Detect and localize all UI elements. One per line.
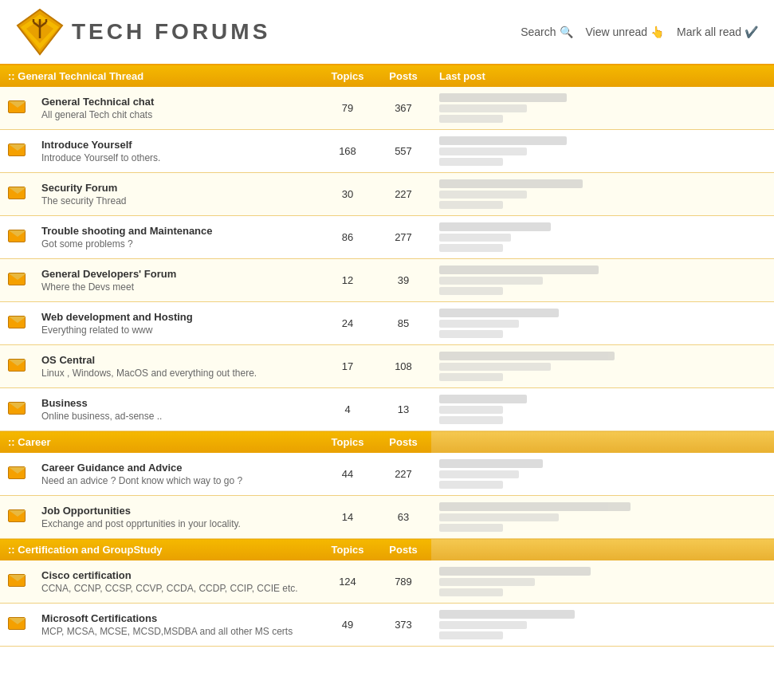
forum-icon-cell bbox=[0, 388, 33, 431]
forum-posts: 277 bbox=[375, 216, 431, 259]
section-certification-title: :: Certification and GroupStudy bbox=[0, 539, 320, 561]
forum-desc: Got some problems ? bbox=[41, 238, 312, 250]
forum-title-cell: Introduce Yourself Introduce Yourself to… bbox=[33, 130, 320, 173]
forum-name[interactable]: Web development and Hosting bbox=[41, 311, 312, 323]
forum-icon-cell bbox=[0, 302, 33, 345]
forum-desc: Need an advice ? Dont know which way to … bbox=[41, 475, 312, 486]
forum-desc: All general Tech chit chats bbox=[41, 109, 312, 120]
forum-name[interactable]: General Developers' Forum bbox=[41, 268, 312, 280]
forum-title-cell: Trouble shooting and Maintenance Got som… bbox=[33, 216, 320, 259]
forum-topics: 49 bbox=[320, 604, 375, 647]
site-title: TECH FORUMS bbox=[72, 19, 270, 45]
forum-desc: Where the Devs meet bbox=[41, 281, 312, 293]
forum-icon-cell bbox=[0, 87, 33, 130]
forum-posts: 39 bbox=[375, 259, 431, 302]
forum-posts: 367 bbox=[375, 87, 431, 130]
forum-posts: 227 bbox=[375, 173, 431, 216]
forum-row-troubleshooting: Trouble shooting and Maintenance Got som… bbox=[0, 216, 774, 259]
forum-name[interactable]: Microsoft Certifications bbox=[41, 612, 312, 624]
forum-topics: 79 bbox=[320, 87, 375, 130]
forum-desc: Linux , Windows, MacOS and everything ou… bbox=[41, 368, 312, 379]
forum-name[interactable]: Introduce Yourself bbox=[41, 139, 312, 151]
forum-desc: Everything related to www bbox=[41, 324, 312, 336]
forum-name[interactable]: General Technical chat bbox=[41, 96, 312, 108]
view-unread-nav[interactable]: View unread 👆 bbox=[586, 26, 665, 38]
forum-topics: 24 bbox=[320, 302, 375, 345]
forum-lastpost bbox=[431, 216, 774, 259]
forum-lastpost bbox=[431, 496, 774, 539]
forum-lastpost bbox=[431, 345, 774, 388]
forum-topics: 86 bbox=[320, 216, 375, 259]
section-general-title: :: General Technical Thread bbox=[0, 65, 320, 87]
forum-row-security: Security Forum The security Thread 30 22… bbox=[0, 173, 774, 216]
forum-desc: Exchange and post opprtunities in your l… bbox=[41, 518, 312, 529]
unread-icon: 👆 bbox=[650, 26, 664, 38]
forum-desc: Online business, ad-sense .. bbox=[41, 411, 312, 422]
section-certification-lastpost-header bbox=[431, 539, 774, 561]
forum-title-cell: General Developers' Forum Where the Devs… bbox=[33, 259, 320, 302]
logo-icon bbox=[16, 8, 64, 56]
logo-area: TECH FORUMS bbox=[16, 8, 270, 56]
forum-name[interactable]: Cisco certification bbox=[41, 569, 312, 581]
section-certification-posts-header: Posts bbox=[375, 539, 431, 561]
forum-lastpost bbox=[431, 173, 774, 216]
section-general-posts-header: Posts bbox=[375, 65, 431, 87]
forum-topics: 30 bbox=[320, 173, 375, 216]
section-general-topics-header: Topics bbox=[320, 65, 375, 87]
forum-topics: 14 bbox=[320, 496, 375, 539]
forum-name[interactable]: OS Central bbox=[41, 354, 312, 366]
search-label: Search bbox=[521, 26, 556, 38]
forum-icon-cell bbox=[0, 216, 33, 259]
section-career: :: Career Topics Posts bbox=[0, 431, 774, 454]
envelope-icon bbox=[8, 273, 26, 285]
header-navigation: Search 🔍 View unread 👆 Mark all read ✔️ bbox=[521, 26, 758, 38]
forum-icon-cell bbox=[0, 604, 33, 647]
envelope-icon bbox=[8, 100, 26, 113]
envelope-icon bbox=[8, 574, 26, 587]
forum-row-webdev: Web development and Hosting Everything r… bbox=[0, 302, 774, 345]
forum-title-cell: Career Guidance and Advice Need an advic… bbox=[33, 453, 320, 496]
forum-topics: 17 bbox=[320, 345, 375, 388]
forum-name[interactable]: Security Forum bbox=[41, 182, 312, 194]
section-general-lastpost-header: Last post bbox=[431, 65, 774, 87]
forum-row-general-tech-chat: General Technical chat All general Tech … bbox=[0, 87, 774, 130]
forum-name[interactable]: Career Guidance and Advice bbox=[41, 462, 312, 474]
forum-posts: 13 bbox=[375, 388, 431, 431]
forum-name[interactable]: Trouble shooting and Maintenance bbox=[41, 225, 312, 237]
mark-all-read-nav[interactable]: Mark all read ✔️ bbox=[677, 26, 758, 38]
forum-name[interactable]: Business bbox=[41, 397, 312, 409]
forum-row-job-opportunities: Job Opportunities Exchange and post oppr… bbox=[0, 496, 774, 539]
search-icon: 🔍 bbox=[560, 26, 573, 38]
forum-name[interactable]: Job Opportunities bbox=[41, 505, 312, 517]
mark-all-read-label: Mark all read bbox=[677, 26, 741, 38]
forum-title-cell: Web development and Hosting Everything r… bbox=[33, 302, 320, 345]
forum-topics: 12 bbox=[320, 259, 375, 302]
forum-table: :: General Technical Thread Topics Posts… bbox=[0, 65, 774, 647]
forum-title-cell: Microsoft Certifications MCP, MCSA, MCSE… bbox=[33, 604, 320, 647]
search-nav[interactable]: Search 🔍 bbox=[521, 26, 572, 38]
forum-row-developers: General Developers' Forum Where the Devs… bbox=[0, 259, 774, 302]
section-certification-topics-header: Topics bbox=[320, 539, 375, 561]
forum-row-os-central: OS Central Linux , Windows, MacOS and ev… bbox=[0, 345, 774, 388]
forum-lastpost bbox=[431, 560, 774, 604]
forum-row-career-guidance: Career Guidance and Advice Need an advic… bbox=[0, 453, 774, 496]
section-career-topics-header: Topics bbox=[320, 431, 375, 454]
forum-desc: CCNA, CCNP, CCSP, CCVP, CCDA, CCDP, CCIP… bbox=[41, 583, 312, 594]
section-career-lastpost-header bbox=[431, 431, 774, 454]
envelope-icon bbox=[8, 230, 26, 242]
forum-icon-cell bbox=[0, 130, 33, 173]
forum-desc: Introduce Yourself to others. bbox=[41, 152, 312, 163]
forum-desc: MCP, MCSA, MCSE, MCSD,MSDBA and all othe… bbox=[41, 626, 312, 637]
forum-icon-cell bbox=[0, 496, 33, 539]
envelope-icon bbox=[8, 402, 26, 415]
forum-lastpost bbox=[431, 453, 774, 496]
forum-posts: 108 bbox=[375, 345, 431, 388]
section-career-posts-header: Posts bbox=[375, 431, 431, 454]
forum-topics: 44 bbox=[320, 453, 375, 496]
forum-icon-cell bbox=[0, 345, 33, 388]
forum-title-cell: General Technical chat All general Tech … bbox=[33, 87, 320, 130]
forum-title-cell: Cisco certification CCNA, CCNP, CCSP, CC… bbox=[33, 560, 320, 604]
forum-posts: 227 bbox=[375, 453, 431, 496]
forum-icon-cell bbox=[0, 173, 33, 216]
forum-row-microsoft-cert: Microsoft Certifications MCP, MCSA, MCSE… bbox=[0, 604, 774, 647]
